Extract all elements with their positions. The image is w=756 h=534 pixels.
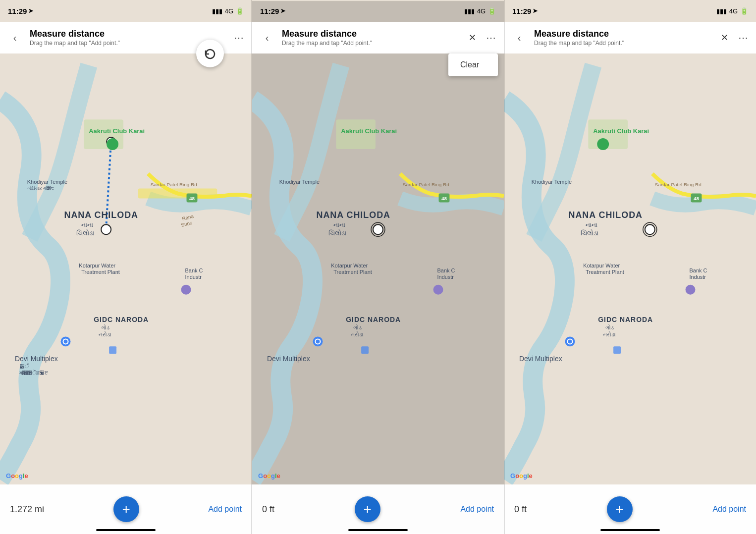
svg-text:48: 48 [441, 196, 447, 201]
google-logo-1: Google [6, 472, 28, 480]
svg-point-26 [63, 339, 67, 343]
page-subtitle-3: Drag the map and tap "Add point." [534, 40, 713, 47]
svg-text:નરોડા: નરોડા [603, 331, 616, 337]
svg-point-84 [686, 285, 696, 295]
page-title-2: Measure distance [282, 29, 461, 39]
svg-text:Aakruti Club Karai: Aakruti Club Karai [341, 127, 397, 135]
svg-text:ચિલોડા: ચિલોડા [76, 229, 94, 237]
battery-icon-1: 🔋 [236, 7, 244, 15]
add-point-fab-2[interactable]: + [355, 496, 380, 522]
svg-text:Aakruti Club Karai: Aakruti Club Karai [89, 127, 145, 135]
add-point-link-1[interactable]: Add point [208, 505, 242, 514]
distance-display-1: 1.272 mi [10, 504, 44, 515]
svg-text:નાના: નાના [81, 221, 93, 228]
svg-text:GIDC NARODA: GIDC NARODA [598, 316, 653, 323]
svg-text:ચિલોડા: ચિલોડા [581, 229, 598, 237]
svg-rect-57 [361, 346, 369, 354]
back-button-2[interactable]: ‹ [258, 29, 276, 47]
svg-text:Khodiyar Temple: Khodiyar Temple [279, 179, 320, 185]
svg-text:Sardar Patel Ring Rd: Sardar Patel Ring Rd [403, 182, 449, 187]
svg-text:Industr: Industr [185, 274, 202, 280]
svg-text:GIDC NARODA: GIDC NARODA [94, 316, 149, 323]
home-indicator-2 [348, 529, 408, 531]
header-title-block-1: Measure distance Drag the map and tap "A… [30, 29, 226, 47]
header-title-block-3: Measure distance Drag the map and tap "A… [534, 29, 713, 47]
phone-panel-3: Aakruti Club Karai Khodiyar Temple NANA … [504, 0, 756, 534]
svg-point-56 [316, 339, 320, 343]
svg-rect-1 [138, 189, 217, 199]
svg-text:Bank C: Bank C [690, 267, 707, 273]
svg-rect-0 [0, 1, 252, 533]
svg-point-28 [181, 285, 191, 295]
svg-point-64 [645, 224, 655, 234]
svg-text:ગ੷੸ੌਫ਼੡ੲ: ગ੷੸ੌਫ਼੡ੲ [19, 370, 48, 375]
status-icons-2: ▮▮▮ 4G 🔋 [464, 7, 496, 15]
add-point-fab-1[interactable]: + [113, 496, 139, 522]
undo-button-1[interactable] [196, 40, 224, 67]
svg-text:NANA CHILODA: NANA CHILODA [64, 210, 138, 220]
more-options-button-2[interactable]: ⋯ [484, 30, 498, 46]
svg-text:નરોડા: નરોડા [99, 331, 111, 337]
svg-text:Devi Multiplex: Devi Multiplex [267, 355, 310, 363]
svg-text:GIDC NARODA: GIDC NARODA [346, 316, 401, 323]
google-logo-3: Google [510, 472, 533, 480]
svg-text:Treatment Plant: Treatment Plant [333, 269, 372, 275]
battery-icon-3: 🔋 [740, 7, 748, 15]
phone-panel-1: Aakruti Club Karai Khodiyar Temple ખોડિય… [0, 0, 252, 534]
svg-rect-27 [109, 346, 116, 354]
header-bar-3: ‹ Measure distance Drag the map and tap … [504, 22, 756, 53]
svg-point-38 [373, 224, 383, 234]
distance-display-3: 0 ft [514, 504, 527, 515]
svg-text:નાના: નાના [333, 221, 345, 228]
close-button-2[interactable]: ✕ [467, 30, 478, 45]
svg-text:Aakruti Club Karai: Aakruti Club Karai [593, 127, 649, 135]
svg-text:Treatment Plant: Treatment Plant [586, 269, 624, 275]
svg-text:Devi Multiplex: Devi Multiplex [519, 355, 562, 363]
svg-rect-62 [504, 1, 756, 533]
back-button-1[interactable]: ‹ [6, 29, 24, 47]
page-subtitle-2: Drag the map and tap "Add point." [282, 40, 461, 47]
svg-text:Sardar Patel Ring Rd: Sardar Patel Ring Rd [151, 182, 197, 187]
svg-text:Industr: Industr [690, 274, 706, 280]
bottom-bar-1: 1.272 mi + Add point [0, 484, 252, 534]
status-icons-1: ▮▮▮ 4G 🔋 [212, 7, 244, 15]
back-button-3[interactable]: ‹ [510, 29, 528, 47]
svg-text:Khodiyar Temple: Khodiyar Temple [27, 179, 67, 185]
status-bar-3: 11:29 ➤ ▮▮▮ 4G 🔋 [504, 0, 756, 22]
dropdown-menu-2: Clear [448, 53, 498, 76]
status-time-2: 11:29 ➤ [260, 7, 285, 15]
svg-text:Kotarpur Water: Kotarpur Water [583, 263, 620, 268]
header-bar-1: ‹ Measure distance Drag the map and tap … [0, 22, 252, 53]
add-point-fab-3[interactable]: + [607, 496, 633, 522]
status-bar-1: 11:29 ➤ ▮▮▮ 4G 🔋 [0, 0, 252, 22]
svg-text:Kotarpur Water: Kotarpur Water [331, 263, 368, 268]
svg-text:ચિલોડા: ચિલોડા [328, 229, 346, 237]
svg-text:Industr: Industr [437, 274, 454, 280]
svg-text:Kotarpur Water: Kotarpur Water [79, 263, 115, 268]
bottom-bar-3: 0 ft + Add point [504, 484, 756, 534]
svg-text:નરોડા: નરોડા [351, 331, 364, 337]
page-title-3: Measure distance [534, 29, 713, 39]
svg-text:ગોડ: ગોડ [101, 325, 109, 331]
map-background-2: Aakruti Club Karai Khodiyar Temple NANA … [252, 0, 504, 534]
svg-text:નાના: નાના [586, 221, 597, 228]
svg-point-5 [101, 224, 111, 234]
add-point-link-3[interactable]: Add point [712, 505, 746, 514]
phone-panel-2: Aakruti Club Karai Khodiyar Temple NANA … [252, 0, 504, 534]
svg-text:Devi Multiplex: Devi Multiplex [15, 355, 58, 363]
svg-text:NANA CHILODA: NANA CHILODA [568, 210, 643, 220]
map-background-3: Aakruti Club Karai Khodiyar Temple NANA … [504, 0, 756, 534]
close-button-3[interactable]: ✕ [719, 30, 730, 45]
add-point-link-2[interactable]: Add point [460, 505, 494, 514]
svg-text:Treatment Plant: Treatment Plant [81, 269, 119, 275]
svg-point-58 [433, 285, 443, 295]
distance-display-2: 0 ft [262, 504, 274, 515]
home-indicator-3 [600, 529, 660, 531]
status-icons-3: ▮▮▮ 4G 🔋 [716, 7, 748, 15]
clear-menu-item[interactable]: Clear [448, 53, 498, 76]
more-options-button-3[interactable]: ⋯ [736, 30, 750, 46]
battery-icon-2: 🔋 [488, 7, 496, 15]
map-background-1: Aakruti Club Karai Khodiyar Temple ખોડિય… [0, 0, 252, 534]
more-options-button-1[interactable]: ⋯ [232, 30, 246, 46]
signal-icon-3: ▮▮▮ [716, 7, 727, 15]
